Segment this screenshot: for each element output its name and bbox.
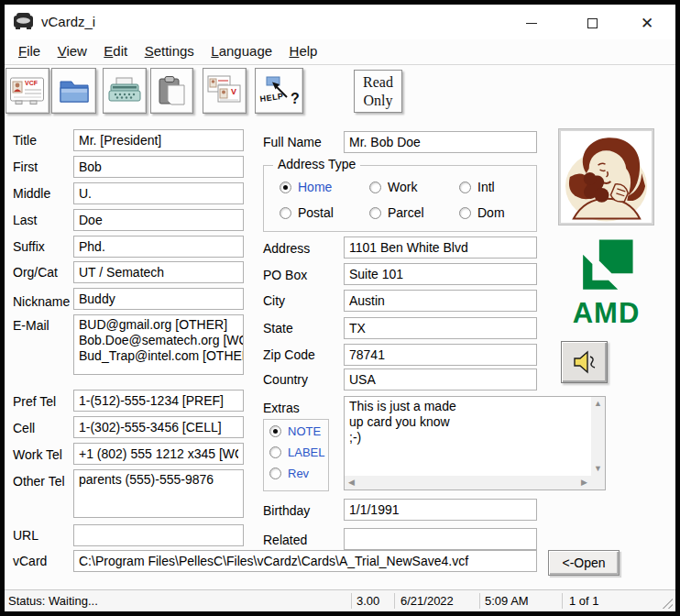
radio-rev[interactable]: Rev xyxy=(269,467,309,480)
radio-work-icon xyxy=(369,182,381,193)
menu-settings[interactable]: Settings xyxy=(145,43,194,59)
nickname-label: Nickname xyxy=(13,294,70,309)
radio-note-icon xyxy=(269,425,281,437)
title-label: Title xyxy=(13,133,37,148)
last-field[interactable] xyxy=(73,209,244,231)
radio-home[interactable]: Home xyxy=(280,180,332,194)
url-field[interactable] xyxy=(73,524,244,546)
clipboard-icon xyxy=(156,75,189,106)
title-field[interactable] xyxy=(73,129,244,151)
nickname-field[interactable] xyxy=(73,288,244,310)
state-label: State xyxy=(263,321,293,336)
svg-text:HELP: HELP xyxy=(259,92,284,104)
maximize-button[interactable] xyxy=(575,10,609,36)
minimize-icon xyxy=(526,23,537,24)
scroll-up-icon: ▲ xyxy=(594,400,602,408)
pobox-field[interactable] xyxy=(344,263,537,285)
first-field[interactable] xyxy=(73,156,244,178)
work-tel-field[interactable] xyxy=(73,443,244,465)
title-bar[interactable]: vCardz_i ✕ xyxy=(5,5,675,39)
menu-edit[interactable]: Edit xyxy=(104,43,127,59)
note-textbox[interactable]: This is just a made up card you know ;-)… xyxy=(344,396,606,490)
scroll-right-icon: ▶ xyxy=(581,478,587,487)
radio-intl[interactable]: Intl xyxy=(459,180,495,194)
amd-wordmark: AMD xyxy=(561,299,652,327)
work-tel-label: Work Tel xyxy=(13,447,62,462)
radio-home-icon xyxy=(280,182,291,193)
read-only-button[interactable]: Read Only xyxy=(354,70,402,113)
country-label: Country xyxy=(263,372,308,387)
status-time: 5:09 AM xyxy=(485,594,529,608)
suffix-field[interactable] xyxy=(73,236,244,258)
menu-bar: File View Edit Settings Language Help xyxy=(5,40,675,64)
middle-field[interactable] xyxy=(73,182,244,204)
note-vertical-scrollbar[interactable]: ▲ ▼ xyxy=(591,397,605,476)
other-tel-label: Other Tel xyxy=(13,474,65,489)
other-tel-field[interactable]: parents (555)-555-9876 xyxy=(73,469,244,518)
vcard-path-field[interactable] xyxy=(73,550,537,572)
cell-field[interactable] xyxy=(73,416,244,438)
menu-help[interactable]: Help xyxy=(290,43,318,59)
radio-dom-icon xyxy=(459,207,471,219)
zip-field[interactable] xyxy=(344,344,537,366)
vcardz-app-icon xyxy=(13,12,35,30)
email-field[interactable]: BUD@gmail.org [OTHER] Bob.Doe@sematech.o… xyxy=(73,314,244,375)
help-button[interactable]: HELP ? xyxy=(255,68,303,114)
contact-photo xyxy=(559,129,653,225)
close-button[interactable]: ✕ xyxy=(630,10,664,36)
birthday-field[interactable] xyxy=(344,499,537,521)
radio-dom[interactable]: Dom xyxy=(459,205,505,220)
clipboard-button[interactable] xyxy=(150,68,193,114)
last-label: Last xyxy=(13,213,37,227)
open-folder-icon xyxy=(57,76,92,105)
maximize-icon xyxy=(587,18,598,28)
close-icon: ✕ xyxy=(641,14,653,33)
menu-language[interactable]: Language xyxy=(211,43,272,59)
city-field[interactable] xyxy=(344,290,537,312)
minimize-button[interactable] xyxy=(514,10,549,36)
duplicate-card-button[interactable]: V xyxy=(203,68,247,114)
suffix-label: Suffix xyxy=(13,239,45,254)
duplicate-card-icon: V xyxy=(206,74,243,107)
menu-view[interactable]: View xyxy=(58,43,87,59)
radio-label[interactable]: LABEL xyxy=(269,446,324,459)
speak-button[interactable] xyxy=(561,341,608,383)
woman-telephone-image xyxy=(561,131,652,223)
speaker-icon xyxy=(571,349,598,375)
address-label: Address xyxy=(263,241,310,256)
pref-tel-label: Pref Tel xyxy=(13,394,56,409)
menu-separator xyxy=(5,64,675,65)
full-name-field[interactable] xyxy=(344,131,537,153)
vcard-label: vCard xyxy=(13,554,47,568)
open-vcard-button[interactable]: <-Open xyxy=(548,550,620,576)
first-label: First xyxy=(13,160,38,174)
open-folder-button[interactable] xyxy=(51,68,96,114)
radio-postal[interactable]: Postal xyxy=(280,205,334,220)
url-label: URL xyxy=(13,528,38,543)
svg-text:VCF: VCF xyxy=(25,80,38,86)
resize-grip[interactable] xyxy=(660,596,673,609)
amd-logo: AMD xyxy=(561,235,652,332)
radio-note[interactable]: NOTE xyxy=(269,424,321,438)
scrollbar-corner xyxy=(591,476,605,490)
help-icon: HELP ? xyxy=(258,73,301,108)
country-field[interactable] xyxy=(344,368,537,390)
menu-file[interactable]: File xyxy=(18,43,40,59)
zip-label: Zip Code xyxy=(263,347,315,362)
note-horizontal-scrollbar[interactable]: ◀ ▶ xyxy=(345,476,591,490)
amd-arrow-icon xyxy=(575,235,639,297)
state-field[interactable] xyxy=(344,317,537,339)
pref-tel-field[interactable] xyxy=(73,390,244,412)
radio-work[interactable]: Work xyxy=(369,180,417,194)
related-field[interactable] xyxy=(344,528,537,550)
typewriter-button[interactable] xyxy=(103,68,147,114)
email-label: E-Mail xyxy=(13,318,49,333)
orgcat-field[interactable] xyxy=(73,261,244,283)
radio-parcel[interactable]: Parcel xyxy=(369,205,424,220)
address-field[interactable] xyxy=(344,236,537,258)
radio-label-icon xyxy=(269,446,281,458)
svg-text:?: ? xyxy=(291,91,300,106)
radio-parcel-icon xyxy=(369,207,381,219)
radio-postal-icon xyxy=(280,207,291,219)
new-card-button[interactable]: VCF xyxy=(5,68,49,114)
